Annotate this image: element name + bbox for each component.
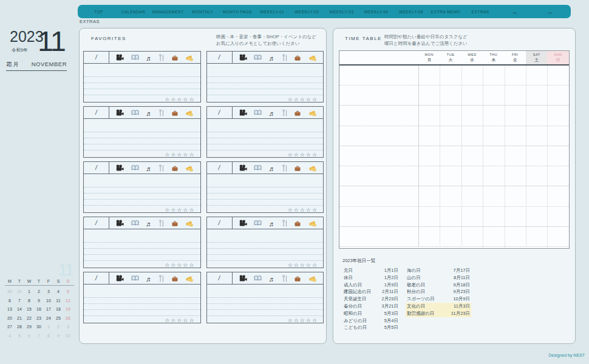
holiday-row: 敬老の日9月18日 xyxy=(406,281,471,289)
star-rating[interactable]: ☆☆☆☆☆ xyxy=(84,206,200,215)
holiday-name: 敬老の日 xyxy=(407,281,425,289)
nav-tab-weekly-05[interactable]: WEEKLY-05 xyxy=(393,10,428,14)
holiday-date: 5月5日 xyxy=(384,324,398,331)
favorite-card-header: /♬ xyxy=(207,107,324,119)
nav-tab-monthly[interactable]: MONTHLY xyxy=(185,10,220,14)
timetable-time-column-divider xyxy=(418,66,419,247)
date-slot[interactable]: / xyxy=(207,162,233,174)
star-rating[interactable]: ☆☆☆☆☆ xyxy=(207,261,324,271)
calendar-day: 14 xyxy=(15,305,24,314)
timetable-row xyxy=(339,166,569,186)
nav-next-arrow[interactable]: → xyxy=(533,8,567,15)
note-lines-area[interactable] xyxy=(207,174,324,206)
timetable-row xyxy=(339,146,569,166)
holiday-name: 海の日 xyxy=(407,267,421,274)
calendar-day-header: W xyxy=(24,279,34,283)
favorite-card: /♬☆☆☆☆☆ xyxy=(83,51,201,103)
holiday-name: 元日 xyxy=(344,267,353,274)
calendar-day: 6 xyxy=(24,332,34,341)
credit: Designed by NEST xyxy=(548,353,585,357)
timetable-table: MON月TUE火WED水THU木FRI金SAT土SUN日 xyxy=(339,50,570,249)
day-label-jp: 火 xyxy=(449,57,453,63)
date-slot[interactable]: / xyxy=(207,107,233,118)
holiday-row: みどりの日5月4日 xyxy=(342,317,400,325)
note-line xyxy=(207,237,324,243)
note-line xyxy=(84,71,200,77)
favorites-description-line2: お気に入りのメモとしてお使いください xyxy=(216,40,316,47)
holiday-date: 11月3日 xyxy=(454,303,470,310)
holiday-date: 2月11日 xyxy=(382,288,398,295)
star-rating[interactable]: ☆☆☆☆☆ xyxy=(207,95,324,105)
star-rating[interactable]: ☆☆☆☆☆ xyxy=(207,316,324,326)
date-slot[interactable]: / xyxy=(84,217,109,229)
favorites-panel: FAVORITES 映画・本・音楽・食事・SHOP・イベントのなど お気に入りの… xyxy=(79,28,327,344)
note-line xyxy=(207,187,324,194)
note-lines-area[interactable] xyxy=(207,119,324,150)
note-lines-area[interactable] xyxy=(207,229,324,261)
favorite-card: /♬☆☆☆☆☆ xyxy=(206,217,324,268)
star-rating[interactable]: ☆☆☆☆☆ xyxy=(207,150,324,160)
nav-tab-weekly-02[interactable]: WEEKLY-02 xyxy=(290,10,324,14)
holiday-row: 春分の日3月21日 xyxy=(342,303,400,310)
fork-knife-icon xyxy=(282,109,287,116)
timetable-column-header-sat: SAT土 xyxy=(526,51,547,64)
calendar-day: 1 xyxy=(44,323,53,332)
favorite-card-icons: ♬ xyxy=(233,107,324,118)
favorite-card-header: /♬ xyxy=(84,272,200,285)
note-lines-area[interactable] xyxy=(207,64,324,95)
date-slot[interactable]: / xyxy=(207,52,233,63)
star-rating[interactable]: ☆☆☆☆☆ xyxy=(84,95,200,105)
calendar-day: 9 xyxy=(34,297,44,306)
nav-tab-weekly-03[interactable]: WEEKLY-03 xyxy=(324,10,359,14)
note-line xyxy=(84,243,200,249)
date-slot[interactable]: / xyxy=(84,107,109,118)
calendar-day: 20 xyxy=(5,314,15,323)
note-line xyxy=(207,255,324,261)
timetable-day-divider xyxy=(483,66,483,247)
movie-camera-icon xyxy=(116,220,124,227)
note-lines-area[interactable] xyxy=(84,285,200,316)
nav-tab-extras[interactable]: EXTRAS xyxy=(463,10,498,14)
nav-prev-arrow[interactable]: ← xyxy=(498,8,533,15)
star-rating[interactable]: ☆☆☆☆☆ xyxy=(84,261,200,271)
date-slot[interactable]: / xyxy=(207,217,233,229)
holiday-row: 成人の日1月9日 xyxy=(342,281,400,289)
star-rating[interactable]: ☆☆☆☆☆ xyxy=(84,150,200,160)
calendar-day: 30 xyxy=(34,323,44,332)
favorite-card-header: /♬ xyxy=(84,107,200,119)
open-book-icon xyxy=(254,54,262,61)
nav-tab-top[interactable]: TOP xyxy=(81,10,116,14)
calendar-day: 8 xyxy=(24,297,34,306)
movie-camera-icon xyxy=(116,164,124,172)
fork-knife-icon xyxy=(282,164,287,172)
date-slot[interactable]: / xyxy=(207,272,233,284)
note-lines-area[interactable] xyxy=(207,285,324,316)
calendar-day: 7 xyxy=(15,297,24,306)
note-lines-area[interactable] xyxy=(84,174,200,206)
calendar-day: 18 xyxy=(53,305,63,314)
ticket-icon xyxy=(308,220,316,227)
nav-tab-weekly-04[interactable]: WEEKLY-04 xyxy=(359,10,393,14)
nav-tab-weekly-01[interactable]: WEEKLY-01 xyxy=(255,10,290,14)
note-lines-area[interactable] xyxy=(84,229,200,261)
calendar-day: 4 xyxy=(5,332,15,341)
nav-tab-month-page[interactable]: MONTH PAGE xyxy=(220,10,255,14)
date-slot[interactable]: / xyxy=(84,162,109,174)
note-line xyxy=(84,255,200,261)
star-rating[interactable]: ☆☆☆☆☆ xyxy=(84,316,200,326)
date-slot[interactable]: / xyxy=(84,52,109,63)
fork-knife-icon xyxy=(282,54,287,61)
timetable-grid[interactable] xyxy=(339,66,569,247)
nav-tab-management[interactable]: MANAGEMENT xyxy=(151,10,185,14)
calendar-day-header: S xyxy=(53,279,63,283)
star-rating[interactable]: ☆☆☆☆☆ xyxy=(207,206,324,215)
calendar-day: 4 xyxy=(53,288,63,297)
holiday-date: 2月23日 xyxy=(381,295,398,303)
music-notes-icon: ♬ xyxy=(269,273,276,284)
nav-tab-calendar[interactable]: CALENDAR xyxy=(116,10,151,14)
open-book-icon xyxy=(131,164,139,171)
nav-tab-extra-memo[interactable]: EXTRA MEMO xyxy=(428,10,463,14)
date-slot[interactable]: / xyxy=(84,272,109,284)
note-lines-area[interactable] xyxy=(84,119,200,150)
note-lines-area[interactable] xyxy=(84,64,200,95)
